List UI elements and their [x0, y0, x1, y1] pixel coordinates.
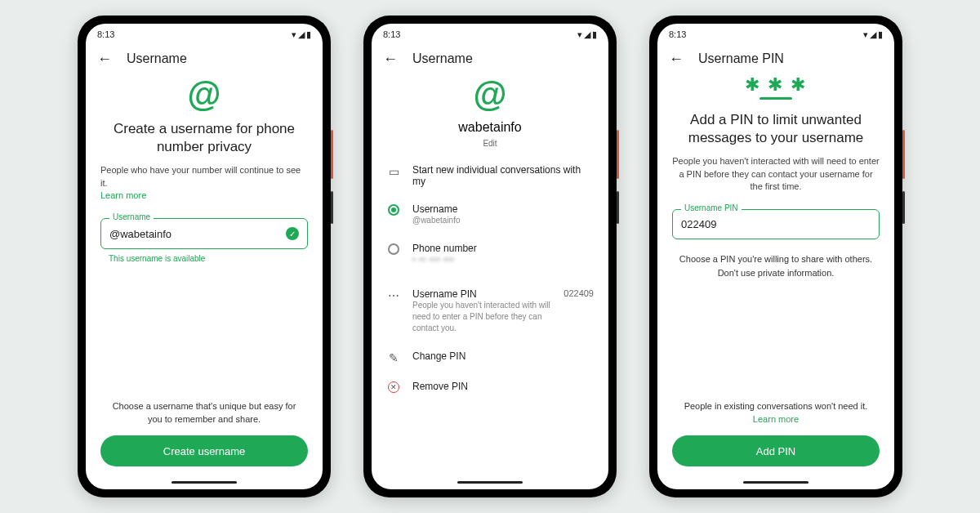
app-bar: ← Username	[372, 45, 608, 71]
option-username-label: Username	[412, 203, 594, 215]
pin-row-desc: People you haven't interacted with will …	[412, 300, 552, 334]
status-icons: ▾ ◢ ▮	[863, 29, 883, 40]
status-time: 8:13	[669, 29, 686, 39]
change-pin-label: Change PIN	[412, 350, 594, 362]
field-label: Username	[109, 212, 154, 221]
signal-icon: ◢	[584, 29, 590, 40]
option-username-row[interactable]: Username @wabetainfo	[386, 195, 594, 234]
back-arrow-icon[interactable]: ←	[669, 51, 684, 66]
battery-icon: ▮	[306, 29, 311, 40]
username-input[interactable]	[109, 228, 281, 240]
battery-icon: ▮	[878, 29, 883, 40]
pin-row-title: Username PIN	[412, 288, 552, 300]
status-icons: ▾ ◢ ▮	[292, 29, 311, 40]
option-username-value: @wabetainfo	[412, 215, 594, 226]
pin-underline	[760, 97, 792, 100]
headline: Create a username for phone number priva…	[100, 120, 308, 156]
pin-input[interactable]	[681, 218, 871, 230]
status-icons: ▾ ◢ ▮	[577, 29, 597, 40]
screen-add-pin: 8:13 ▾ ◢ ▮ ← Username PIN ✱ ✱ ✱ Add a PI…	[657, 24, 894, 489]
footer-note: Choose a username that's unique but easy…	[100, 400, 308, 426]
username-field[interactable]: Username ✓	[100, 218, 308, 249]
pin-dots-icon: ⋯	[386, 289, 401, 302]
create-username-button[interactable]: Create username	[100, 435, 308, 466]
back-arrow-icon[interactable]: ←	[383, 51, 398, 66]
remove-pin-label: Remove PIN	[412, 381, 594, 392]
gesture-bar	[657, 475, 894, 489]
radio-unchecked-icon	[388, 243, 399, 255]
phone-mockup-2: 8:13 ▾ ◢ ▮ ← Username @ wabetainfo Edit …	[363, 16, 617, 497]
remove-pin-row[interactable]: ✕ Remove PIN	[386, 372, 594, 401]
app-bar: ← Username PIN	[657, 45, 894, 71]
phone-mockup-3: 8:13 ▾ ◢ ▮ ← Username PIN ✱ ✱ ✱ Add a PI…	[649, 16, 902, 497]
at-sign-icon: @	[386, 78, 594, 112]
wifi-icon: ▾	[577, 29, 582, 40]
signal-icon: ◢	[870, 29, 876, 40]
status-time: 8:13	[383, 29, 400, 39]
page-title: Username	[127, 51, 187, 66]
learn-more-link[interactable]: Learn more	[753, 414, 799, 424]
edit-link[interactable]: Edit	[483, 139, 497, 148]
option-phone-row[interactable]: Phone number • •• ••• •••	[386, 234, 594, 274]
status-time: 8:13	[97, 29, 114, 39]
battery-icon: ▮	[592, 29, 597, 40]
remove-icon: ✕	[388, 381, 399, 393]
availability-helper: This username is available	[109, 254, 308, 263]
page-title: Username PIN	[698, 51, 784, 66]
asterisks-icon: ✱ ✱ ✱	[672, 74, 880, 96]
radio-checked-icon	[388, 204, 399, 216]
gesture-bar	[372, 475, 608, 489]
card-icon: ▭	[386, 165, 401, 178]
learn-more-link[interactable]: Learn more	[100, 190, 146, 200]
add-pin-button[interactable]: Add PIN	[672, 435, 880, 466]
subtext: People who have your number will continu…	[100, 165, 301, 187]
status-bar: 8:13 ▾ ◢ ▮	[86, 24, 323, 45]
headline: Add a PIN to limit unwanted messages to …	[672, 111, 880, 147]
status-bar: 8:13 ▾ ◢ ▮	[372, 24, 608, 45]
change-pin-row[interactable]: ✎ Change PIN	[386, 342, 594, 372]
username-pin-row[interactable]: ⋯ Username PIN People you haven't intera…	[386, 280, 594, 342]
option-phone-value: • •• ••• •••	[412, 254, 594, 265]
screen-username-settings: 8:13 ▾ ◢ ▮ ← Username @ wabetainfo Edit …	[372, 24, 608, 489]
gesture-bar	[86, 475, 323, 489]
status-bar: 8:13 ▾ ◢ ▮	[657, 24, 894, 45]
check-icon: ✓	[286, 227, 299, 240]
pin-field[interactable]: Username PIN	[672, 209, 880, 239]
section-header: Start new individual conversations with …	[412, 164, 594, 187]
pencil-icon: ✎	[386, 351, 401, 364]
section-header-row: ▭ Start new individual conversations wit…	[386, 156, 594, 195]
wifi-icon: ▾	[292, 29, 296, 40]
back-arrow-icon[interactable]: ←	[97, 51, 112, 66]
profile-username: wabetainfo	[386, 120, 594, 135]
pin-value: 022409	[564, 288, 594, 298]
at-sign-icon: @	[100, 78, 308, 112]
field-label: Username PIN	[681, 203, 742, 212]
wifi-icon: ▾	[863, 29, 868, 40]
app-bar: ← Username	[86, 45, 323, 71]
page-title: Username	[412, 51, 473, 66]
screen-create-username: 8:13 ▾ ◢ ▮ ← Username @ Create a usernam…	[86, 24, 323, 489]
option-phone-label: Phone number	[412, 243, 594, 254]
signal-icon: ◢	[298, 29, 305, 40]
phone-mockup-1: 8:13 ▾ ◢ ▮ ← Username @ Create a usernam…	[78, 16, 331, 497]
footer-note: People in existing conversations won't n…	[684, 401, 868, 411]
pin-helper: Choose a PIN you're willing to share wit…	[672, 252, 880, 279]
subtext: People you haven't interacted with will …	[672, 155, 880, 193]
